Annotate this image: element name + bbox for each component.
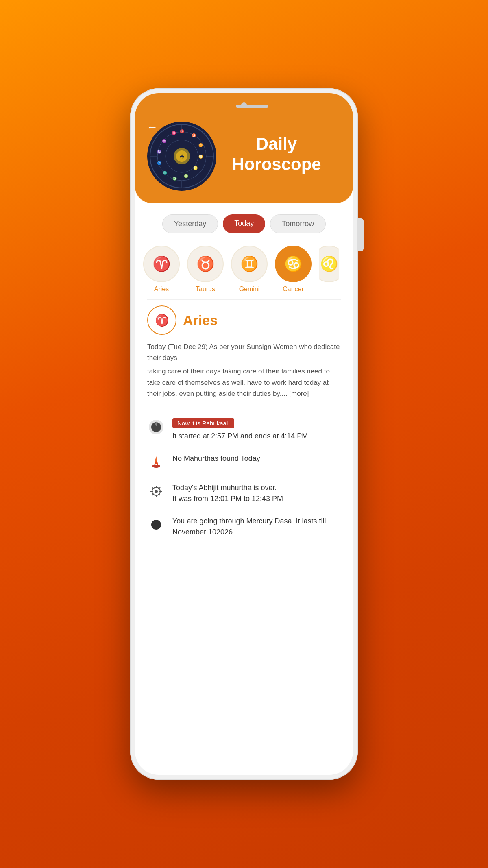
svg-text:♏: ♏ bbox=[163, 170, 168, 175]
svg-line-34 bbox=[152, 494, 154, 495]
rahukaal-item: Now it is Rahukaal. It started at 2:57 P… bbox=[147, 418, 341, 442]
taurus-icon: ♉ bbox=[187, 246, 224, 282]
aries-label: Aries bbox=[154, 286, 169, 293]
svg-text:♓: ♓ bbox=[172, 131, 176, 135]
mahurtha-item: No Mahurthas found Today bbox=[147, 453, 341, 471]
svg-point-23 bbox=[152, 465, 160, 468]
svg-text:♐: ♐ bbox=[157, 161, 162, 166]
abhijit-icon bbox=[147, 482, 165, 500]
abhijit-text: Today's Abhijit muhurtha is over. It was… bbox=[172, 482, 341, 504]
sign-gemini[interactable]: ♊ Gemini bbox=[231, 246, 268, 293]
volume-button bbox=[358, 218, 364, 251]
zodiac-signs-scroll: ♈ Aries ♉ Taurus ♊ Gemini ♋ Cancer ♌ bbox=[135, 242, 353, 299]
svg-text:☀: ☀ bbox=[179, 153, 185, 160]
speaker bbox=[236, 105, 268, 108]
sign-aries[interactable]: ♈ Aries bbox=[143, 246, 180, 293]
abhijit-item: Today's Abhijit muhurtha is over. It was… bbox=[147, 482, 341, 504]
svg-text:♋: ♋ bbox=[198, 154, 203, 159]
aries-icon: ♈ bbox=[143, 246, 180, 282]
svg-line-33 bbox=[159, 487, 160, 489]
taurus-label: Taurus bbox=[196, 286, 215, 293]
phone-frame: ← ☀ ♈ ♉ ♊ ♋ ♌ ♍ ♎ bbox=[130, 88, 358, 780]
header-title-line2: Horoscope bbox=[232, 155, 321, 174]
abhijit-content: Today's Abhijit muhurtha is over. It was… bbox=[172, 482, 341, 504]
svg-text:♑: ♑ bbox=[157, 149, 162, 154]
horoscope-text-1: Today (Tue Dec 29) As per your Sunsign W… bbox=[147, 341, 341, 363]
day-tabs-container: Yesterday Today Tomorrow bbox=[135, 203, 353, 242]
rahukaal-icon bbox=[147, 418, 165, 436]
sign-cancer[interactable]: ♋ Cancer bbox=[275, 246, 312, 293]
selected-sign-name: Aries bbox=[183, 312, 218, 328]
gemini-label: Gemini bbox=[239, 286, 260, 293]
sign-taurus[interactable]: ♉ Taurus bbox=[187, 246, 224, 293]
rahukaal-badge: Now it is Rahukaal. bbox=[172, 418, 234, 428]
back-button[interactable]: ← bbox=[146, 121, 158, 134]
phone-screen: ← ☀ ♈ ♉ ♊ ♋ ♌ ♍ ♎ bbox=[135, 93, 353, 775]
sign-leo-partial[interactable]: ♌ bbox=[319, 246, 339, 293]
info-section: Now it is Rahukaal. It started at 2:57 P… bbox=[135, 410, 353, 546]
mahurtha-content: No Mahurthas found Today bbox=[172, 453, 341, 464]
mahurtha-text: No Mahurthas found Today bbox=[172, 453, 341, 464]
mercury-item: You are going through Mercury Dasa. It l… bbox=[147, 516, 341, 538]
tab-tomorrow[interactable]: Tomorrow bbox=[270, 214, 326, 233]
cancer-icon: ♋ bbox=[275, 246, 312, 282]
svg-text:♌: ♌ bbox=[193, 166, 198, 170]
svg-marker-25 bbox=[155, 456, 157, 462]
tab-today[interactable]: Today bbox=[223, 214, 265, 233]
selected-sign-content: ♈ Aries Today (Tue Dec 29) As per your S… bbox=[135, 300, 353, 410]
svg-point-36 bbox=[151, 520, 161, 530]
mahurtha-icon bbox=[147, 453, 165, 471]
mercury-icon bbox=[147, 516, 165, 534]
header-title-line1: Daily bbox=[256, 134, 297, 153]
svg-line-31 bbox=[152, 487, 154, 489]
svg-text:♎: ♎ bbox=[172, 176, 177, 181]
gemini-icon: ♊ bbox=[231, 246, 268, 282]
svg-text:♊: ♊ bbox=[198, 143, 203, 148]
selected-sign-circle-icon: ♈ bbox=[147, 305, 176, 335]
svg-line-32 bbox=[159, 494, 160, 495]
mercury-text: You are going through Mercury Dasa. It l… bbox=[172, 516, 341, 538]
mercury-content: You are going through Mercury Dasa. It l… bbox=[172, 516, 341, 538]
horoscope-text-2: taking care of their days taking care of… bbox=[147, 366, 341, 399]
svg-point-35 bbox=[155, 490, 158, 493]
tab-yesterday[interactable]: Yesterday bbox=[162, 214, 218, 233]
rahukaal-text: It started at 2:57 PM and ends at 4:14 P… bbox=[172, 431, 341, 442]
svg-text:♍: ♍ bbox=[184, 174, 189, 179]
selected-sign-header: ♈ Aries bbox=[147, 305, 341, 335]
rahukaal-content: Now it is Rahukaal. It started at 2:57 P… bbox=[172, 418, 341, 442]
cancer-label: Cancer bbox=[283, 286, 304, 293]
header-title: Daily Horoscope bbox=[216, 134, 341, 175]
svg-text:♉: ♉ bbox=[192, 133, 196, 138]
leo-icon: ♌ bbox=[319, 246, 339, 282]
more-link[interactable]: [more] bbox=[289, 390, 309, 397]
svg-text:♒: ♒ bbox=[162, 139, 167, 144]
app-header: ← ☀ ♈ ♉ ♊ ♋ ♌ ♍ ♎ bbox=[135, 93, 353, 203]
